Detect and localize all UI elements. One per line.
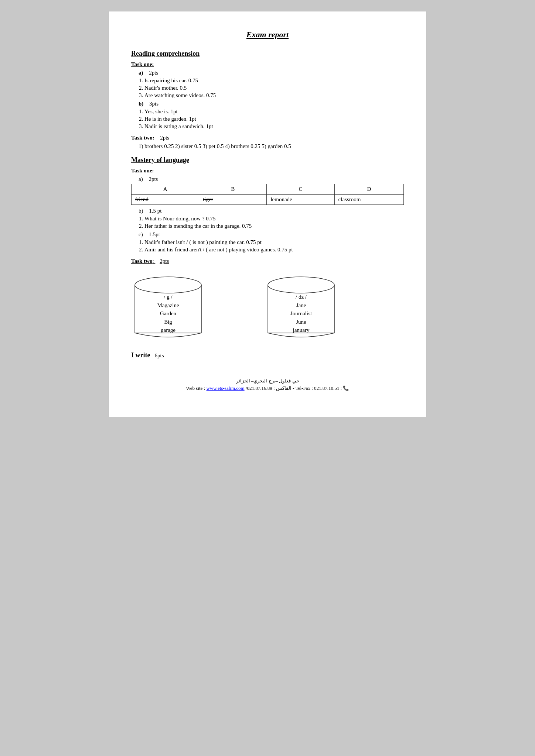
reading-b-header: b) 3pts (139, 101, 404, 107)
reading-section-title: Reading comprehension (131, 50, 404, 58)
cyl-right-word-1: Journalist (290, 309, 312, 318)
footer-website[interactable]: www.ets-salim.com (207, 385, 245, 391)
cyl-left-sound: / g / (157, 293, 179, 301)
mastery-a-pts: 2pts (149, 176, 158, 182)
table-cell-friend: friend (132, 195, 199, 205)
write-label: I write (131, 351, 150, 359)
svg-point-1 (135, 277, 201, 293)
reading-task-two-row: 1) brothers 0.25 2) sister 0.5 3) pet 0.… (139, 143, 404, 150)
reading-task-two-pts: 2pts (160, 135, 169, 141)
footer-contact-text: /021.87.16.89 : الفاكس - Tel-Fax : 021.8… (246, 385, 349, 391)
reading-task-one: Task one: a) 2pts Is repairing his car. … (131, 61, 404, 130)
word-tiger: tiger (203, 196, 213, 202)
word-friend: friend (135, 196, 149, 202)
reading-b-list: Yes, she is. 1pt He is in the garden. 1p… (144, 109, 404, 130)
list-item: What is Nour doing, now ? 0.75 (144, 216, 404, 222)
reading-task-one-label: Task one: (131, 61, 404, 68)
list-item: Are watching some videos. 0.75 (144, 92, 404, 99)
reading-a-list: Is repairing his car. 0.75 Nadir's mothe… (144, 78, 404, 99)
mastery-section: Mastery of language Task one: a) 2pts A … (131, 156, 404, 344)
table-cell-tiger: tiger (199, 195, 267, 205)
mastery-task-two-label: Task two: 2pts (131, 258, 404, 264)
mastery-task-one: Task one: a) 2pts A B C D f (131, 168, 404, 253)
write-pts: 6pts (154, 353, 164, 358)
cyl-right-word-2: June (290, 317, 312, 326)
mastery-c-label: c) (139, 231, 143, 237)
cyl-left-word-1: Garden (157, 309, 179, 318)
reading-b-pts: 3pts (149, 101, 159, 107)
reading-a-header: a) 2pts (139, 70, 404, 76)
reading-b-label: b) (139, 101, 143, 107)
write-section: I write 6pts (131, 351, 404, 359)
mastery-task-two-pts: 2pts (160, 258, 169, 264)
mastery-a-label: a) (139, 176, 143, 182)
mastery-a-header: a) 2pts (139, 176, 404, 182)
cyl-left-word-2: Big (157, 317, 179, 326)
cyl-right-sound: / dz / (290, 293, 312, 301)
mastery-c-header: c) 1.5pt (139, 231, 404, 238)
page-title: Exam report (131, 30, 404, 39)
cylinders-container: / g / Magazine Garden Big garage (131, 270, 404, 344)
cylinder-right-text: / dz / Jane Journalist June january (290, 293, 312, 334)
footer: حي فعلول –برج البحري– الجزائر Web site :… (131, 374, 404, 391)
mastery-task-two: Task two: 2pts / g / (131, 258, 404, 344)
reading-section: Reading comprehension Task one: a) 2pts … (131, 50, 404, 150)
svg-point-3 (268, 277, 334, 293)
reading-a-pts: 2pts (149, 70, 158, 76)
cylinder-right: / dz / Jane Journalist June january (264, 270, 338, 344)
mastery-section-title: Mastery of language (131, 156, 404, 164)
reading-a-label: a) (139, 70, 143, 76)
list-item: Nadir's father isn't / ( is not ) painti… (144, 239, 404, 245)
list-item: Nadir's mother. 0.5 (144, 85, 404, 91)
table-cell-lemonade: lemonade (267, 195, 334, 205)
footer-contact: Web site : www.ets-salim.com /021.87.16.… (131, 385, 404, 391)
cyl-left-word-0: Magazine (157, 301, 179, 309)
mastery-b-label: b) (139, 208, 143, 214)
list-item: Yes, she is. 1pt (144, 109, 404, 115)
table-header-b: B (199, 184, 267, 195)
mastery-b-header: b) 1.5 pt (139, 208, 404, 214)
mastery-c-pts: 1.5pt (149, 231, 160, 237)
table-header-c: C (267, 184, 334, 195)
list-item: Her father is mending the car in the gar… (144, 223, 404, 229)
cyl-right-word-3: january (290, 326, 312, 334)
cyl-left-word-3: garage (157, 326, 179, 334)
mastery-c-list: Nadir's father isn't / ( is not ) painti… (144, 239, 404, 253)
mastery-b-list: What is Nour doing, now ? 0.75 Her fathe… (144, 216, 404, 229)
list-item: Nadir is eating a sandwich. 1pt (144, 123, 404, 130)
list-item: Amir and his friend aren't / ( are not )… (144, 247, 404, 253)
cylinder-left: / g / Magazine Garden Big garage (131, 270, 205, 344)
mastery-word-table: A B C D friend tiger lemonade classroom (131, 184, 404, 205)
cylinder-left-text: / g / Magazine Garden Big garage (157, 293, 179, 334)
table-header-d: D (334, 184, 403, 195)
table-header-a: A (132, 184, 199, 195)
cyl-right-word-0: Jane (290, 301, 312, 309)
list-item: Is repairing his car. 0.75 (144, 78, 404, 84)
list-item: He is in the garden. 1pt (144, 116, 404, 122)
reading-task-two: Task two: 2pts 1) brothers 0.25 2) siste… (131, 135, 404, 150)
mastery-task-one-label: Task one: (131, 168, 404, 174)
exam-page: Exam report Reading comprehension Task o… (109, 11, 426, 417)
footer-arabic: حي فعلول –برج البحري– الجزائر (131, 378, 404, 384)
reading-task-two-label: Task two: 2pts (131, 135, 404, 141)
table-cell-classroom: classroom (334, 195, 403, 205)
mastery-b-pts: 1.5 pt (149, 208, 161, 214)
